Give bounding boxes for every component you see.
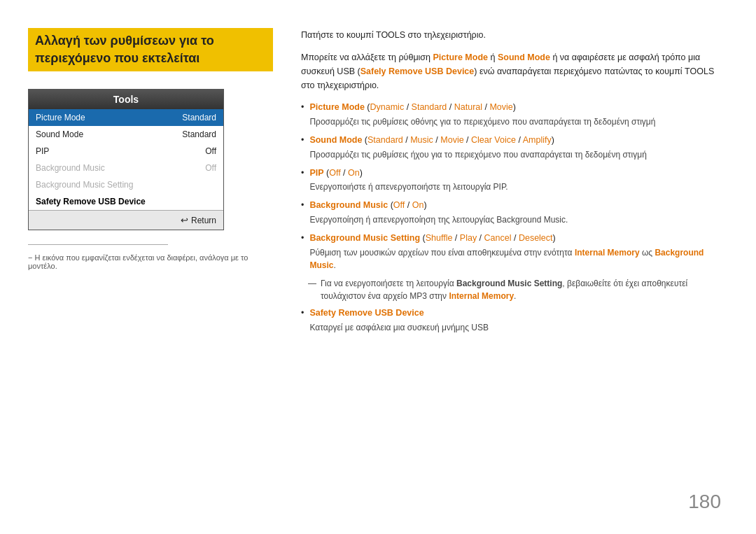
bullet-picture-mode: Picture Mode (Dynamic / Standard / Natur… [301,101,721,128]
bullet-background-music-heading: Background Music (Off / On) [309,200,426,210]
bullet-pip-subtext: Ενεργοποιήστε ή απενεργοποιήστε τη λειτο… [309,181,721,193]
item-label: PIP [36,146,49,156]
item-value: Off [205,146,216,156]
bullet-background-music-content: Background Music (Off / On) Ενεργοποίηση… [309,199,721,226]
left-column: Αλλαγή των ρυθμίσεων για το περιεχόμενο … [28,28,294,506]
main-heading: Αλλαγή των ρυθμίσεων για το περιεχόμενο … [28,28,273,71]
tools-return[interactable]: ↩ Return [29,210,223,230]
bullet-pip-heading: PIP (Off / On) [309,168,363,178]
item-label: Background Music Setting [36,180,133,190]
bullet-sound-mode-content: Sound Mode (Standard / Music / Movie / C… [309,134,721,161]
item-value: Off [205,163,216,173]
intro-text-1: Πατήστε το κουμπί TOOLS στο τηλεχειριστή… [301,28,721,42]
bullet-safety-remove-content: Safety Remove USB Device Καταργεί με ασφ… [309,307,721,334]
return-label: Return [191,216,216,225]
item-label: Safety Remove USB Device [36,197,146,206]
tools-title: Tools [29,90,223,109]
intro2-picture: Picture Mode [433,52,489,62]
bullet-background-music-setting-heading: Background Music Setting (Shuffle / Play… [309,233,555,243]
tools-item-sound-mode[interactable]: Sound Mode Standard [29,126,223,143]
bullet-background-music: Background Music (Off / On) Ενεργοποίηση… [301,199,721,226]
tools-item-background-music-setting: Background Music Setting [29,176,223,193]
bullet-sound-mode-heading: Sound Mode (Standard / Music / Movie / C… [309,135,554,145]
bullet-picture-mode-content: Picture Mode (Dynamic / Standard / Natur… [309,101,721,128]
item-label: Sound Mode [36,129,83,139]
dash-note: Για να ενεργοποιήσετε τη λειτουργία Back… [308,277,721,302]
item-value: Standard [182,113,216,122]
tools-item-picture-mode[interactable]: Picture Mode Standard [29,109,223,126]
bullet-background-music-subtext: Ενεργοποίηση ή απενεργοποίηση της λειτου… [309,213,721,226]
bullet-sound-mode: Sound Mode (Standard / Music / Movie / C… [301,134,721,161]
bullet-list: Picture Mode (Dynamic / Standard / Natur… [301,101,721,272]
tools-item-pip[interactable]: PIP Off [29,143,223,160]
bullet-sound-mode-subtext: Προσαρμόζει τις ρυθμίσεις ήχου για το πε… [309,148,721,161]
dash-note-text: Για να ενεργοποιήσετε τη λειτουργία Back… [321,277,721,302]
bullet-background-music-setting-content: Background Music Setting (Shuffle / Play… [309,232,721,272]
bullet-picture-mode-subtext: Προσαρμόζει τις ρυθμίσεις οθόνης για το … [309,115,721,128]
footnote: − Η εικόνα που εμφανίζεται ενδέχεται να … [28,253,273,270]
bullet-pip: PIP (Off / On) Ενεργοποιήστε ή απενεργοπ… [301,167,721,194]
bullet-picture-mode-heading: Picture Mode (Dynamic / Standard / Natur… [309,102,516,112]
bullet-background-music-setting: Background Music Setting (Shuffle / Play… [301,232,721,272]
tools-item-safety-remove[interactable]: Safety Remove USB Device [29,193,223,210]
bullet-background-music-setting-subtext: Ρύθμιση των μουσικών αρχείων που είναι α… [309,246,721,272]
intro2-part1: Μπορείτε να αλλάξετε τη ρύθμιση [301,52,433,62]
item-label: Background Music [36,163,105,173]
item-label: Picture Mode [36,113,85,122]
intro2-safely: Safely Remove USB Device [360,66,475,76]
tools-item-background-music: Background Music Off [29,160,223,176]
bullet-pip-content: PIP (Off / On) Ενεργοποιήστε ή απενεργοπ… [309,167,721,194]
return-arrow-icon: ↩ [181,215,188,225]
bullet-safety-remove-subtext: Καταργεί με ασφάλεια μια συσκευή μνήμης … [309,321,721,334]
intro-text-2: Μπορείτε να αλλάξετε τη ρύθμιση Picture … [301,50,721,92]
right-column: Πατήστε το κουμπί TOOLS στο τηλεχειριστή… [294,28,721,506]
item-value: Standard [182,129,216,139]
tools-box: Tools Picture Mode Standard Sound Mode S… [28,89,224,230]
bullet-safety-remove-heading: Safety Remove USB Device [309,308,424,318]
bullet-list-safety: Safety Remove USB Device Καταργεί με ασφ… [301,307,721,334]
page-number: 180 [688,491,721,513]
intro2-part2: ή [488,52,498,62]
intro2-sound: Sound Mode [498,52,550,62]
divider [28,244,168,245]
bullet-safety-remove: Safety Remove USB Device Καταργεί με ασφ… [301,307,721,334]
